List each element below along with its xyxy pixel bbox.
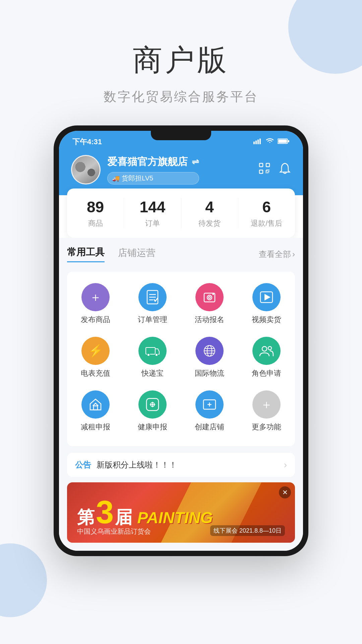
tool-electric-icon: ⚡ <box>81 337 110 365</box>
tab-view-all[interactable]: 查看全部 › <box>259 249 295 260</box>
svg-point-32 <box>262 346 267 351</box>
stat-products-label: 商品 <box>67 218 124 228</box>
svg-point-33 <box>268 346 272 350</box>
store-name: 爱喜猫官方旗舰店 ⇌ <box>107 155 199 169</box>
stat-refund[interactable]: 6 退款/售后 <box>238 198 295 228</box>
announcement-text: 新版积分上线啦！！！ <box>97 460 279 470</box>
tool-more[interactable]: ＋ 更多功能 <box>238 386 295 437</box>
header-actions <box>258 162 291 178</box>
svg-rect-34 <box>94 406 98 410</box>
store-badge: 🚚 货郎担LV5 <box>107 172 199 184</box>
tool-activity-icon <box>195 283 224 311</box>
status-time: 下午4:31 <box>72 137 102 147</box>
tool-express-label: 快递宝 <box>141 368 164 378</box>
svg-rect-0 <box>253 142 255 144</box>
bg-decor-circle-bottom <box>0 543 47 617</box>
badge-truck-icon: 🚚 <box>112 175 120 182</box>
svg-rect-6 <box>278 140 287 143</box>
banner-date: 线下展会 2021.8.8—10日 <box>210 525 285 536</box>
tool-intl-label: 国际物流 <box>195 368 224 378</box>
tool-intl-logistics[interactable]: 国际物流 <box>181 332 238 383</box>
tool-rent-reduction[interactable]: 减租申报 <box>67 386 124 437</box>
tool-express[interactable]: 快递宝 <box>124 332 181 383</box>
tool-intl-icon <box>195 337 224 365</box>
announcement-bar[interactable]: 公告 新版积分上线啦！！！ › <box>67 453 295 477</box>
svg-point-20 <box>208 297 210 299</box>
tool-create-label: 创建店铺 <box>195 422 224 432</box>
stat-pending-number: 4 <box>181 198 238 216</box>
bell-icon[interactable] <box>279 162 291 178</box>
tool-health[interactable]: 健康申报 <box>124 386 181 437</box>
tool-create-icon <box>195 390 224 419</box>
tool-publish-product[interactable]: ＋ 发布商品 <box>67 278 124 329</box>
svg-rect-1 <box>255 141 257 144</box>
phone-screen: 下午4:31 <box>59 131 303 551</box>
promo-banner[interactable]: 第 3 届 PAINTING 中国义乌画业新品订货会 ✕ 线下展会 2021.8… <box>67 482 295 543</box>
tool-health-label: 健康申报 <box>138 422 167 432</box>
svg-point-25 <box>147 354 150 356</box>
switch-store-icon[interactable]: ⇌ <box>192 157 199 167</box>
profile-info: 爱喜猫官方旗舰店 ⇌ 🚚 货郎担LV5 <box>107 155 199 184</box>
tool-rent-icon <box>81 390 110 419</box>
stat-refund-label: 退款/售后 <box>238 218 295 228</box>
svg-rect-2 <box>257 140 259 144</box>
svg-point-26 <box>155 354 158 356</box>
page-subtitle: 数字化贸易综合服务平台 <box>0 88 362 105</box>
tools-row-3: 减租申报 健康申报 <box>67 386 295 437</box>
tool-more-label: 更多功能 <box>252 422 281 432</box>
tool-video-label: 视频卖货 <box>252 315 281 325</box>
banner-text: 届 <box>115 506 132 529</box>
tool-rent-label: 减租申报 <box>81 422 110 432</box>
chevron-right-icon: › <box>292 250 295 259</box>
banner-close-button[interactable]: ✕ <box>279 486 291 498</box>
wifi-icon <box>265 138 274 146</box>
tool-video-icon <box>252 283 281 311</box>
tool-electric[interactable]: ⚡ 电表充值 <box>67 332 124 383</box>
signal-icon <box>253 138 262 146</box>
status-icons <box>253 138 290 146</box>
banner-painting: PAINTING <box>137 508 213 527</box>
battery-icon <box>278 138 290 146</box>
stat-orders-number: 144 <box>124 198 181 216</box>
tool-publish-icon: ＋ <box>81 283 110 311</box>
tool-role[interactable]: 角色申请 <box>238 332 295 383</box>
main-content: 常用工具 店铺运营 查看全部 › ＋ 发布商品 <box>59 238 303 551</box>
tab-store-ops[interactable]: 店铺运营 <box>118 247 156 262</box>
stat-orders[interactable]: 144 订单 <box>124 198 181 228</box>
tool-create-store[interactable]: 创建店铺 <box>181 386 238 437</box>
stats-card: 89 商品 144 订单 4 待发货 6 退款/售后 <box>67 189 295 238</box>
svg-rect-7 <box>259 163 263 167</box>
profile-left: 爱喜猫官方旗舰店 ⇌ 🚚 货郎担LV5 <box>71 155 199 184</box>
tool-express-icon <box>138 337 167 365</box>
stat-pending-label: 待发货 <box>181 218 238 228</box>
banner-number: 3 <box>96 496 114 528</box>
stat-orders-label: 订单 <box>124 218 181 228</box>
svg-point-21 <box>213 293 214 295</box>
stat-products[interactable]: 89 商品 <box>67 198 124 228</box>
tool-more-icon: ＋ <box>252 390 281 419</box>
tool-order-label: 订单管理 <box>138 315 167 325</box>
phone-notch <box>151 131 211 140</box>
svg-rect-24 <box>146 347 155 354</box>
svg-point-19 <box>207 295 212 300</box>
tool-role-icon <box>252 337 281 365</box>
svg-rect-5 <box>288 140 289 142</box>
scan-icon[interactable] <box>258 162 271 178</box>
tool-video-sell[interactable]: 视频卖货 <box>238 278 295 329</box>
tab-common-tools[interactable]: 常用工具 <box>67 246 105 262</box>
svg-marker-22 <box>264 294 270 301</box>
tools-row-1: ＋ 发布商品 订单管理 <box>67 278 295 329</box>
tool-order-icon <box>138 283 167 311</box>
tool-electric-label: 电表充值 <box>81 368 110 378</box>
avatar <box>71 155 101 184</box>
svg-rect-9 <box>259 170 263 173</box>
tool-activity[interactable]: 活动报名 <box>181 278 238 329</box>
stat-pending[interactable]: 4 待发货 <box>181 198 238 228</box>
stat-refund-number: 6 <box>238 198 295 216</box>
tools-row-2: ⚡ 电表充值 快递宝 <box>67 332 295 383</box>
tool-role-label: 角色申请 <box>252 368 281 378</box>
tool-order-mgmt[interactable]: 订单管理 <box>124 278 181 329</box>
tool-activity-label: 活动报名 <box>195 315 224 325</box>
stat-products-number: 89 <box>67 198 124 216</box>
svg-rect-3 <box>259 139 261 144</box>
